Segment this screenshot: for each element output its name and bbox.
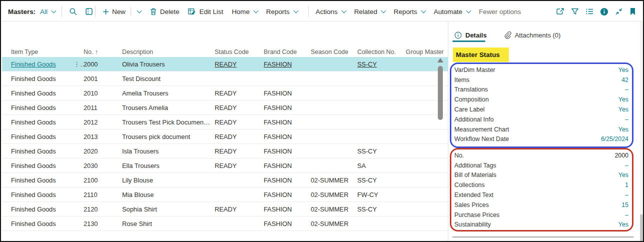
- field-value[interactable]: –: [625, 212, 628, 218]
- actions-menu[interactable]: Actions: [316, 8, 346, 16]
- filter-icon[interactable]: [571, 8, 579, 16]
- table-row[interactable]: Finished Goods2010Amelia TrousersREADYFA…: [2, 86, 448, 100]
- column-header-description[interactable]: Description: [122, 48, 215, 56]
- cell-no[interactable]: 2011: [84, 104, 122, 112]
- home-menu[interactable]: Home: [232, 8, 258, 16]
- cell-status-code[interactable]: READY: [215, 148, 264, 155]
- cell-description[interactable]: Lily Blouse: [122, 176, 215, 184]
- column-header-brand-code[interactable]: Brand Code: [264, 48, 311, 56]
- cell-description[interactable]: Test Discount: [122, 75, 215, 82]
- cell-no[interactable]: 2001: [84, 75, 122, 82]
- cell-brand-code[interactable]: FASHION: [264, 176, 311, 184]
- cell-item-type[interactable]: Finished Goods: [11, 90, 74, 97]
- cell-collection-no[interactable]: SS-CY: [357, 206, 406, 213]
- cell-item-type[interactable]: Finished Goods: [11, 104, 74, 112]
- cell-no[interactable]: 2100: [84, 176, 122, 184]
- cell-brand-code[interactable]: FASHION: [264, 118, 311, 126]
- column-header-item-type[interactable]: Item Type: [11, 48, 74, 56]
- field-value[interactable]: 42: [621, 76, 628, 84]
- field-value[interactable]: 1: [625, 182, 628, 188]
- cell-collection-no[interactable]: SS-CY: [357, 148, 406, 155]
- cell-status-code[interactable]: READY: [215, 104, 264, 112]
- cell-no[interactable]: 2130: [84, 220, 122, 228]
- cell-item-type[interactable]: Finished Goods: [11, 60, 74, 68]
- field-value[interactable]: –: [625, 192, 628, 198]
- cell-brand-code[interactable]: FASHION: [264, 220, 311, 228]
- column-header-collection-no[interactable]: Collection No.: [357, 48, 406, 56]
- cell-item-type[interactable]: Finished Goods: [11, 133, 74, 140]
- table-row[interactable]: Finished Goods2110Mia BlouseFASHION02-SU…: [2, 188, 448, 202]
- cell-item-type[interactable]: Finished Goods: [11, 220, 74, 228]
- cell-collection-no[interactable]: SS-CY: [357, 60, 406, 68]
- field-value[interactable]: Yes: [618, 172, 628, 178]
- cell-status-code[interactable]: READY: [215, 162, 264, 170]
- cell-no[interactable]: 2012: [84, 118, 122, 126]
- cell-description[interactable]: Trousers Test Pick Document/I...: [122, 118, 215, 126]
- cell-brand-code[interactable]: FASHION: [264, 90, 311, 97]
- cell-item-type[interactable]: Finished Goods: [11, 75, 74, 82]
- delete-button[interactable]: Delete: [150, 8, 180, 16]
- cell-status-code[interactable]: READY: [215, 118, 264, 126]
- cell-season-code[interactable]: 02-SUMMER: [311, 220, 357, 228]
- cell-no[interactable]: 2000: [84, 60, 122, 68]
- cell-status-code[interactable]: READY: [215, 206, 264, 213]
- cell-status-code[interactable]: READY: [215, 133, 264, 140]
- list-view-icon[interactable]: [585, 8, 593, 16]
- automate-menu[interactable]: Automate: [434, 8, 470, 16]
- cell-description[interactable]: Rose Shirt: [122, 220, 215, 228]
- cell-no[interactable]: 2030: [84, 162, 122, 170]
- field-value[interactable]: –: [625, 116, 628, 123]
- cell-no[interactable]: 2010: [84, 90, 122, 97]
- table-row[interactable]: Finished Goods2012Trousers Test Pick Doc…: [2, 115, 448, 130]
- cell-description[interactable]: Isla Trousers: [122, 148, 215, 155]
- cell-description[interactable]: Mia Blouse: [122, 191, 215, 198]
- cell-item-type[interactable]: Finished Goods: [11, 162, 74, 170]
- cell-no[interactable]: 2020: [84, 148, 122, 155]
- field-value[interactable]: Yes: [618, 106, 628, 113]
- cell-item-type[interactable]: Finished Goods: [11, 191, 74, 198]
- cell-description[interactable]: Olivia Trousers: [122, 60, 215, 68]
- cell-brand-code[interactable]: FASHION: [264, 191, 311, 198]
- table-row[interactable]: Finished Goods2020Isla TrousersREADYFASH…: [2, 144, 448, 158]
- cell-brand-code[interactable]: FASHION: [264, 104, 311, 112]
- cell-status-code[interactable]: READY: [215, 90, 264, 97]
- field-value[interactable]: Yes: [618, 221, 628, 228]
- reports-menu[interactable]: Reports: [266, 8, 298, 16]
- table-row[interactable]: Finished Goods2001Test Discount: [2, 72, 448, 86]
- cell-no[interactable]: 2013: [84, 133, 122, 140]
- cell-no[interactable]: 2110: [84, 191, 122, 198]
- info-icon[interactable]: [600, 8, 608, 16]
- cell-brand-code[interactable]: FASHION: [264, 162, 311, 170]
- field-value[interactable]: –: [625, 86, 628, 93]
- cell-season-code[interactable]: 02-SUMMER: [311, 206, 357, 213]
- cell-status-code[interactable]: READY: [215, 60, 264, 68]
- cell-collection-no[interactable]: FW-CY: [357, 191, 406, 198]
- cell-season-code[interactable]: 02-SUMMER: [311, 176, 357, 184]
- cell-brand-code[interactable]: FASHION: [264, 148, 311, 155]
- field-value[interactable]: Yes: [618, 66, 628, 74]
- column-header-season-code[interactable]: Season Code: [311, 48, 357, 56]
- field-value[interactable]: –: [625, 162, 628, 169]
- new-button[interactable]: New: [103, 8, 141, 16]
- field-value[interactable]: Yes: [618, 126, 628, 133]
- field-value[interactable]: Yes: [618, 96, 628, 103]
- tab-attachments[interactable]: Attachments (0): [504, 31, 561, 39]
- table-row[interactable]: Finished Goods2013Trousers pick document…: [2, 130, 448, 144]
- cell-item-type[interactable]: Finished Goods: [11, 176, 74, 184]
- related-menu[interactable]: Related: [354, 8, 385, 16]
- cell-description[interactable]: Trousers pick document: [122, 133, 215, 140]
- search-icon[interactable]: [69, 8, 77, 16]
- view-filter-dropdown[interactable]: All: [40, 8, 56, 16]
- pane-scrollbar-track[interactable]: [640, 22, 643, 242]
- table-row[interactable]: Finished Goods2130Rose ShirtFASHION02-SU…: [2, 216, 448, 231]
- edit-list-button[interactable]: Edit List: [188, 8, 223, 16]
- cell-no[interactable]: 2120: [84, 206, 122, 213]
- cell-brand-code[interactable]: FASHION: [264, 133, 311, 140]
- collapse-icon[interactable]: [615, 8, 623, 16]
- table-row[interactable]: Finished Goods2100Lily BlouseFASHION02-S…: [2, 173, 448, 188]
- bookmark-icon[interactable]: [629, 8, 636, 16]
- table-scrollbar-thumb[interactable]: [438, 66, 443, 120]
- cell-item-type[interactable]: Finished Goods: [11, 148, 74, 155]
- cell-collection-no[interactable]: SS-CY: [357, 176, 406, 184]
- field-value[interactable]: 6/25/2024: [601, 136, 628, 142]
